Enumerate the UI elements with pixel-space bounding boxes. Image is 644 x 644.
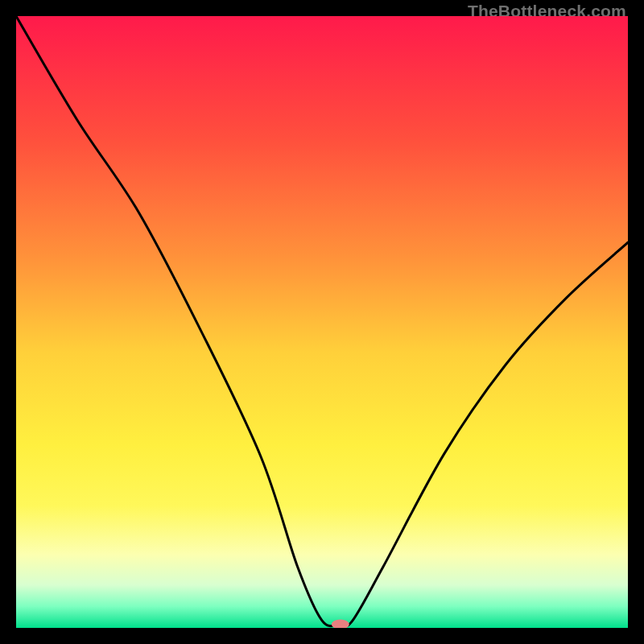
bottleneck-chart <box>16 16 628 628</box>
gradient-background <box>16 16 628 628</box>
chart-container <box>16 16 628 628</box>
